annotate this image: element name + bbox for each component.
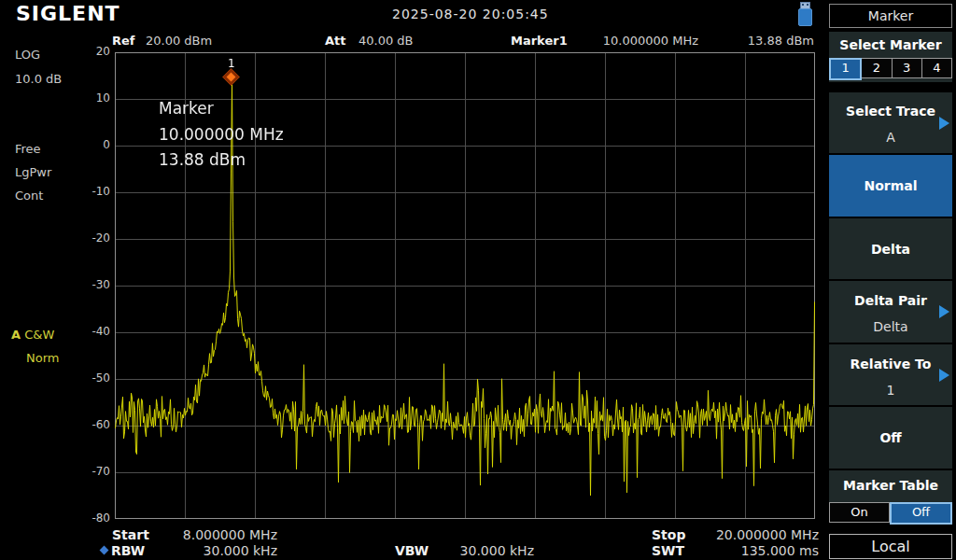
y-axis-tick: 20 — [80, 45, 110, 58]
marker-annotation-title: Marker — [159, 99, 214, 118]
submenu-arrow-icon — [939, 305, 949, 318]
delta-button[interactable]: Delta — [829, 218, 952, 279]
normal-label: Normal — [864, 178, 917, 193]
delta-pair-button[interactable]: Delta Pair Delta — [829, 281, 952, 343]
trace-detector-label: Norm — [26, 351, 59, 365]
y-axis-tick: -70 — [80, 465, 110, 478]
y-axis-tick: -30 — [80, 278, 110, 291]
start-freq-label: Start — [112, 527, 149, 542]
y-axis-tick: 0 — [80, 138, 110, 151]
select-marker-segments: 1 2 3 4 — [829, 58, 952, 80]
submenu-arrow-icon — [939, 369, 949, 382]
local-button[interactable]: Local — [829, 534, 952, 559]
y-axis-tick: -40 — [80, 325, 110, 338]
relative-to-value: 1 — [829, 383, 952, 398]
marker-annotation-freq: 10.000000 MHz — [159, 125, 284, 144]
relative-to-button[interactable]: Relative To 1 — [829, 344, 952, 405]
rbw-value: 30.000 kHz — [149, 543, 277, 558]
vbw-label: VBW — [395, 543, 429, 558]
spectrum-analyzer-screen: { "top_bar": { "logo": "SIGLENT", "datet… — [0, 0, 956, 560]
normal-button[interactable]: Normal — [829, 155, 952, 217]
y-axis-tick: 10 — [80, 91, 110, 105]
marker-table-off-button[interactable]: Off — [890, 502, 952, 525]
marker-3-button[interactable]: 3 — [893, 58, 922, 78]
submenu-arrow-icon — [939, 117, 949, 130]
preamp-label: LgPwr — [15, 165, 51, 179]
marker-table-label: Marker Table — [829, 478, 952, 493]
select-marker-label: Select Marker — [829, 37, 952, 52]
spectrum-plot-canvas — [115, 52, 815, 519]
marker-readout-freq: 10.000000 MHz — [598, 34, 698, 48]
start-freq-value: 8.000000 MHz — [149, 527, 277, 542]
trace-a-diamond-icon — [100, 546, 109, 555]
off-label: Off — [879, 430, 901, 445]
rbw-label: RBW — [111, 543, 145, 558]
marker-readout-label: Marker1 — [511, 34, 568, 48]
trace-mode: C&W — [24, 328, 54, 342]
marker-table-segments: On Off — [829, 502, 952, 525]
delta-label: Delta — [871, 242, 910, 257]
ref-level-value: 20.00 dBm — [146, 34, 212, 48]
y-axis-tick: -80 — [80, 511, 110, 525]
marker-table-on-button[interactable]: On — [829, 502, 890, 523]
siglent-logo: SIGLENT — [16, 2, 120, 25]
select-trace-label: Select Trace — [829, 104, 952, 119]
marker-1-button[interactable]: 1 — [829, 58, 862, 80]
scale-per-div-label: 10.0 dB — [15, 72, 62, 86]
scale-type-label: LOG — [15, 48, 40, 62]
stop-freq-label: Stop — [652, 527, 685, 542]
sweep-mode-label: Cont — [15, 189, 43, 203]
marker-readout-ampl: 13.88 dBm — [738, 34, 814, 48]
swt-label: SWT — [652, 543, 684, 558]
usb-device-icon — [796, 2, 813, 25]
trace-status-label: A C&W — [11, 328, 54, 342]
trace-letter: A — [11, 328, 21, 342]
stop-freq-value: 20.000000 MHz — [691, 527, 819, 542]
off-button[interactable]: Off — [829, 407, 952, 469]
marker-annotation-ampl: 13.88 dBm — [159, 150, 246, 169]
delta-pair-value: Delta — [829, 319, 952, 334]
usb-body-icon — [798, 8, 812, 26]
y-axis-tick: -10 — [80, 185, 110, 198]
delta-pair-label: Delta Pair — [829, 293, 952, 308]
select-trace-button[interactable]: Select Trace A — [829, 92, 952, 153]
y-axis-tick: -20 — [80, 231, 110, 245]
softkey-menu: Marker Select Marker 1 2 3 4 Select Trac… — [827, 0, 956, 560]
trigger-label: Free — [15, 142, 41, 156]
attenuation-value: 40.00 dB — [358, 34, 414, 48]
marker-2-button[interactable]: 2 — [862, 58, 892, 78]
y-axis-tick: -60 — [80, 418, 110, 431]
marker-4-button[interactable]: 4 — [922, 58, 952, 78]
menu-title: Marker — [829, 4, 952, 28]
swt-value: 135.000 ms — [691, 543, 819, 558]
select-trace-value: A — [829, 130, 952, 145]
y-axis-tick: -50 — [80, 371, 110, 385]
vbw-value: 30.000 kHz — [429, 543, 534, 558]
datetime-display: 2025-08-20 20:05:45 — [392, 7, 549, 21]
marker-flag-number: 1 — [226, 57, 237, 70]
relative-to-label: Relative To — [829, 357, 952, 371]
ref-level-label: Ref — [112, 34, 134, 48]
attenuation-label: Att — [325, 34, 346, 48]
